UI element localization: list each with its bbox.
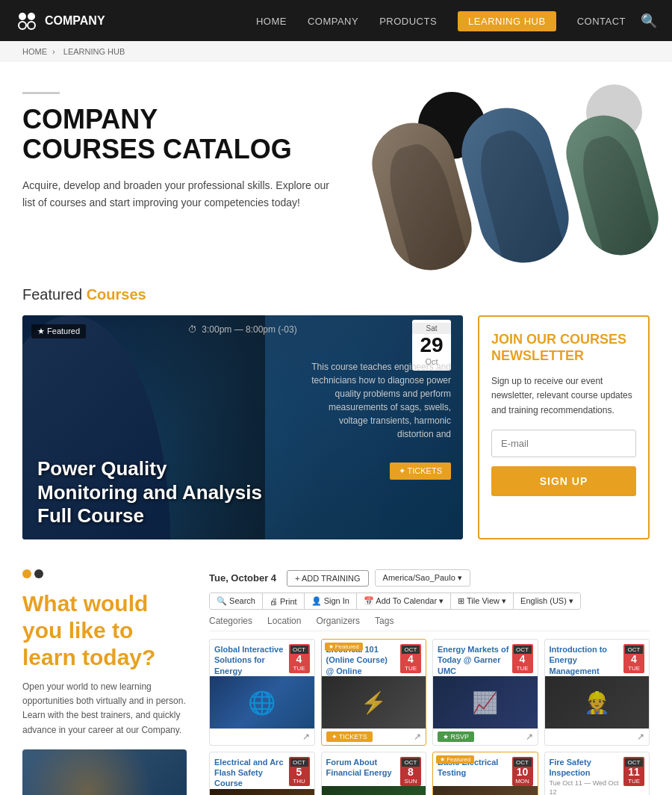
event-card-forum-financial[interactable]: Forum About Financial Energy OCT 8 SUN ↗ <box>321 752 427 795</box>
featured-date-day: 29 <box>412 334 451 357</box>
newsletter-signup-button[interactable]: SIGN UP <box>491 466 636 496</box>
svg-point-2 <box>19 22 26 29</box>
language-button[interactable]: English (US) ▾ <box>514 593 580 609</box>
hero-accent-line <box>22 92 60 94</box>
event-date-badge: OCT 4 TUE <box>289 644 310 673</box>
signin-button[interactable]: 👤 Sign In <box>305 593 357 609</box>
event-card-intro-energy-mgmt[interactable]: Introduction to Energy Management OCT 4 … <box>544 639 650 746</box>
event-title: Fire Safety Inspection Tue Oct 11 — Wed … <box>550 757 621 795</box>
event-share-icon[interactable]: ↗ <box>302 731 310 742</box>
event-share-icon[interactable]: ↗ <box>526 731 533 742</box>
newsletter-title: JOIN OUR COURSESNEWSLETTER <box>491 332 636 364</box>
event-card-fire-safety[interactable]: Fire Safety Inspection Tue Oct 11 — Wed … <box>544 752 650 795</box>
navigation: COMPANY HOME COMPANY PRODUCTS LEARNING H… <box>0 0 672 41</box>
calendar-button-group: 🔍 Search 🖨 Print 👤 Sign In 📅 Add To Cale… <box>209 593 581 610</box>
breadcrumb: HOME › LEARNING HUB <box>0 41 672 62</box>
event-date-badge: OCT 5 THU <box>289 757 310 786</box>
event-featured-badge: ★ Featured <box>436 755 474 764</box>
what-learn-column: What wouldyou like tolearn today? Open y… <box>22 569 187 795</box>
event-date-badge: OCT 10 MON <box>512 757 533 786</box>
event-date-badge: OCT 4 TUE <box>400 644 421 673</box>
event-card-header: Introduction to Energy Management OCT 4 … <box>545 640 650 676</box>
event-card-energy-markets[interactable]: Energy Markets of Today @ Garner UMC OCT… <box>432 639 538 746</box>
calendar-toolbar: Tue, October 4 + ADD TRAINING America/Sa… <box>209 569 650 587</box>
print-button[interactable]: 🖨 Print <box>263 593 305 609</box>
rsvp-button[interactable]: ★ RSVP <box>438 731 474 742</box>
event-thumbnail <box>322 676 426 729</box>
event-thumbnail <box>210 789 314 795</box>
add-to-calendar-button[interactable]: 📅 Add To Calendar ▾ <box>357 593 451 609</box>
featured-heading: Featured Courses <box>22 286 650 303</box>
featured-time: ⏱ 3:00pm — 8:00pm (-03) <box>188 324 296 335</box>
tickets-button[interactable]: ✦ TICKETS <box>390 463 451 480</box>
event-thumbnail <box>210 676 314 729</box>
event-card-global-interactive[interactable]: Global Interactive Solutions for Energy … <box>209 639 315 746</box>
what-learn-title: What wouldyou like tolearn today? <box>22 590 187 671</box>
event-thumbnail <box>322 786 426 795</box>
events-grid-row2: Electrical and Arc Flash Safety Course O… <box>209 752 650 795</box>
breadcrumb-home[interactable]: HOME <box>22 47 47 56</box>
hero-title: COMPANYCOURSES CATALOG <box>22 105 336 164</box>
filter-categories[interactable]: Categories <box>209 616 252 626</box>
what-learn-image <box>22 749 187 795</box>
calendar-column: Tue, October 4 + ADD TRAINING America/Sa… <box>209 569 650 795</box>
featured-prefix: Featured <box>22 286 82 303</box>
calendar-section: What wouldyou like tolearn today? Open y… <box>0 554 672 795</box>
filter-location[interactable]: Location <box>267 616 301 626</box>
logo-dot-2 <box>34 569 43 578</box>
event-card-header: Energy Markets of Today @ Garner UMC OCT… <box>433 640 538 676</box>
event-date-badge: OCT 4 TUE <box>512 644 533 673</box>
what-learn-description: Open your world to new learning opportun… <box>22 680 187 737</box>
filter-tags[interactable]: Tags <box>375 616 393 626</box>
hero-section: COMPANYCOURSES CATALOG Acquire, develop … <box>0 62 672 271</box>
event-title: Electrical and Arc Flash Safety Course <box>214 757 286 789</box>
filter-organizers[interactable]: Organizers <box>316 616 360 626</box>
breadcrumb-current: LEARNING HUB <box>63 47 125 56</box>
featured-description: This course teaches engineers and techni… <box>302 360 451 441</box>
tickets-button[interactable]: ✦ TICKETS <box>326 731 373 742</box>
newsletter-email-input[interactable] <box>491 430 636 457</box>
search-button[interactable]: 🔍 Search <box>210 593 263 609</box>
event-thumbnail <box>545 676 650 729</box>
nav-logo[interactable]: COMPANY <box>15 9 105 33</box>
event-actions: ★ RSVP ↗ <box>433 729 538 745</box>
event-date-badge: OCT 11 TUE <box>623 757 644 786</box>
event-title: Global Interactive Solutions for Energy <box>214 644 286 676</box>
nav-link-company[interactable]: COMPANY <box>308 16 358 27</box>
nav-link-contact[interactable]: CONTACT <box>577 16 626 27</box>
featured-card-title: Power QualityMonitoring and AnalysisFull… <box>37 457 262 528</box>
company-logo-small <box>22 569 187 578</box>
calendar-filter-row: Categories Location Organizers Tags <box>209 616 650 631</box>
featured-grid: Featured ⏱ 3:00pm — 8:00pm (-03) Sat 29 … <box>22 315 650 539</box>
nav-logo-text: COMPANY <box>45 14 105 28</box>
event-share-icon[interactable]: ↗ <box>637 731 644 742</box>
svg-point-3 <box>28 22 35 29</box>
hero-description: Acquire, develop and broaden your profes… <box>22 177 336 211</box>
event-date-badge: OCT 4 TUE <box>623 644 644 673</box>
nav-link-learning-hub[interactable]: LEARNING HUB <box>458 11 556 31</box>
event-share-icon[interactable]: ↗ <box>414 731 421 742</box>
event-card-basic-electrical[interactable]: ★ Featured Basic Electrical Testing OCT … <box>432 752 538 795</box>
newsletter-box: JOIN OUR COURSESNEWSLETTER Sign up to re… <box>478 315 650 539</box>
event-card-header: Fire Safety Inspection Tue Oct 11 — Wed … <box>545 752 650 795</box>
tile-view-button[interactable]: ⊞ Tile View ▾ <box>451 593 514 609</box>
nav-link-products[interactable]: PRODUCTS <box>379 16 437 27</box>
event-card-electrical-101[interactable]: ★ Featured Electrical 101 (Online Course… <box>321 639 427 746</box>
hero-images <box>373 77 657 271</box>
featured-section: Featured Courses Featured ⏱ 3:00pm — 8:0… <box>0 271 672 554</box>
nav-link-home[interactable]: HOME <box>256 16 287 27</box>
event-card-header: Electrical and Arc Flash Safety Course O… <box>210 752 314 789</box>
logo-dot-1 <box>22 569 31 578</box>
event-card-arc-flash[interactable]: Electrical and Arc Flash Safety Course O… <box>209 752 315 795</box>
featured-event-card[interactable]: Featured ⏱ 3:00pm — 8:00pm (-03) Sat 29 … <box>22 315 463 539</box>
add-training-button[interactable]: + ADD TRAINING <box>287 570 369 587</box>
event-actions: ✦ TICKETS ↗ <box>322 729 426 745</box>
events-grid-row1: Global Interactive Solutions for Energy … <box>209 639 650 746</box>
svg-point-0 <box>19 13 26 20</box>
featured-suffix: Courses <box>87 286 146 303</box>
event-actions: ↗ <box>210 729 314 745</box>
timezone-button[interactable]: America/Sao_Paulo ▾ <box>375 569 470 587</box>
featured-badge: Featured <box>31 324 86 338</box>
search-icon[interactable]: 🔍 <box>641 13 657 29</box>
event-title: Forum About Financial Energy <box>326 757 398 779</box>
